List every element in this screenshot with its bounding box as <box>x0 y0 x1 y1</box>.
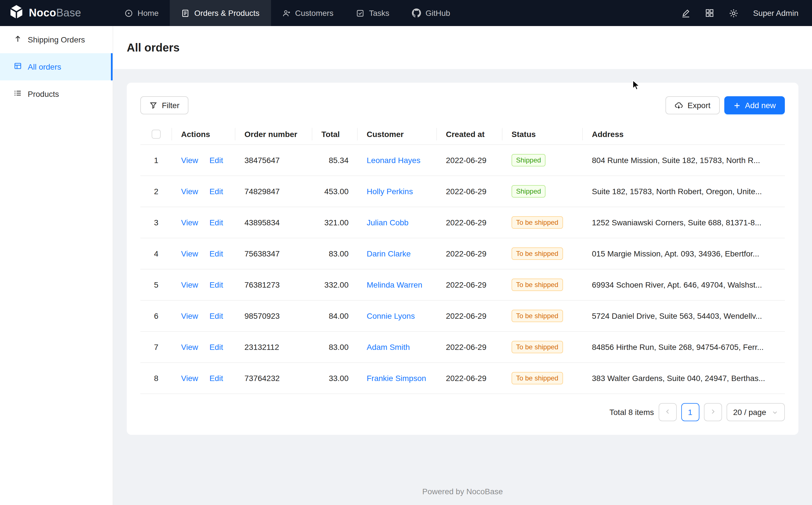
pagination: Total 8 items 1 <box>140 403 785 422</box>
sidebar-item-shipping-orders[interactable]: Shipping Orders <box>0 26 112 53</box>
edit-link[interactable]: Edit <box>209 187 223 196</box>
nocobase-logo[interactable]: NocoBase <box>0 0 113 26</box>
actions-cell: ViewEdit <box>172 238 235 270</box>
edit-link[interactable]: Edit <box>209 281 223 290</box>
order-number-cell: 38475647 <box>235 145 312 176</box>
customer-link[interactable]: Adam Smith <box>367 343 410 352</box>
table-row: 8 ViewEdit 73764232 33.00 Frankie Simpso… <box>140 363 785 394</box>
total-cell: 321.00 <box>312 207 358 238</box>
column-header-status: Status <box>503 124 583 145</box>
status-cell: To be shipped <box>503 363 583 394</box>
row-index: 5 <box>154 281 159 290</box>
powered-by-footer: Powered by NocoBase <box>127 479 798 499</box>
nav-item-orders-products[interactable]: Orders & Products <box>170 0 271 26</box>
customer-link[interactable]: Julian Cobb <box>367 218 409 227</box>
plugins-grid-icon[interactable] <box>705 8 714 18</box>
github-icon <box>412 8 421 18</box>
actions-cell: ViewEdit <box>172 207 235 238</box>
customer-cell: Adam Smith <box>358 332 437 363</box>
view-link[interactable]: View <box>181 281 198 290</box>
edit-link[interactable]: Edit <box>209 374 223 383</box>
nav-item-label: Tasks <box>369 8 389 18</box>
edit-link[interactable]: Edit <box>209 218 223 227</box>
table-row: 3 ViewEdit 43895834 321.00 Julian Cobb 2… <box>140 207 785 238</box>
column-header-total: Total <box>312 124 358 145</box>
actions-cell: ViewEdit <box>172 145 235 176</box>
sidebar-item-products[interactable]: Products <box>0 80 112 108</box>
customers-person-icon <box>282 9 291 17</box>
view-link[interactable]: View <box>181 156 198 165</box>
status-cell: Shipped <box>503 176 583 207</box>
row-index-cell: 8 <box>140 363 172 394</box>
row-index-cell: 6 <box>140 301 172 332</box>
total-cell: 85.34 <box>312 145 358 176</box>
chevron-left-icon <box>664 408 671 417</box>
status-cell: To be shipped <box>503 270 583 301</box>
edit-link[interactable]: Edit <box>209 312 223 321</box>
pagination-page-1[interactable]: 1 <box>681 403 699 422</box>
user-menu[interactable]: Super Admin <box>753 8 798 18</box>
view-link[interactable]: View <box>181 218 198 227</box>
sidebar-item-label: Shipping Orders <box>28 35 85 44</box>
table-header: Actions Order number Total Customer Crea… <box>140 124 785 145</box>
created-at-cell: 2022-06-29 <box>437 363 503 394</box>
row-index: 4 <box>154 249 159 259</box>
address-cell: 5724 Daniel Drive, Suite 563, 54403, Wen… <box>583 301 785 332</box>
select-all-checkbox[interactable] <box>152 130 161 139</box>
edit-link[interactable]: Edit <box>209 343 223 352</box>
pagination-next-button[interactable] <box>704 403 722 422</box>
row-index-cell: 2 <box>140 176 172 207</box>
created-at-cell: 2022-06-29 <box>437 301 503 332</box>
view-link[interactable]: View <box>181 374 198 383</box>
ui-editor-highlighter-icon[interactable] <box>681 8 690 18</box>
total-cell: 453.00 <box>312 176 358 207</box>
page-size-select[interactable]: 20 / page <box>726 403 785 422</box>
nav-item-home[interactable]: Home <box>113 0 170 26</box>
settings-gear-icon[interactable] <box>729 8 739 18</box>
tasks-checksquare-icon <box>356 9 364 17</box>
customer-link[interactable]: Connie Lyons <box>367 312 415 321</box>
view-link[interactable]: View <box>181 187 198 196</box>
app-window: NocoBase Home Orders & Products <box>0 0 812 505</box>
customer-link[interactable]: Holly Perkins <box>367 187 413 196</box>
pagination-total: Total 8 items <box>609 408 654 417</box>
address-cell: 804 Runte Mission, Suite 182, 15783, Nor… <box>583 145 785 176</box>
view-link[interactable]: View <box>181 343 198 352</box>
view-link[interactable]: View <box>181 312 198 321</box>
filter-funnel-icon <box>150 101 157 109</box>
total-cell: 83.00 <box>312 332 358 363</box>
status-cell: To be shipped <box>503 332 583 363</box>
nav-item-customers[interactable]: Customers <box>271 0 345 26</box>
actions-cell: ViewEdit <box>172 332 235 363</box>
add-new-button[interactable]: Add new <box>724 96 785 114</box>
filter-button[interactable]: Filter <box>140 96 189 114</box>
actions-cell: ViewEdit <box>172 363 235 394</box>
created-at-cell: 2022-06-29 <box>437 145 503 176</box>
pagination-prev-button[interactable] <box>658 403 676 422</box>
status-badge: To be shipped <box>512 310 563 322</box>
table-row: 6 ViewEdit 98570923 84.00 Connie Lyons 2… <box>140 301 785 332</box>
export-button[interactable]: Export <box>665 96 720 114</box>
chevron-right-icon <box>709 408 716 417</box>
list-icon <box>14 89 22 99</box>
order-number-cell: 23132112 <box>235 332 312 363</box>
status-badge: To be shipped <box>512 216 563 229</box>
customer-link[interactable]: Frankie Simpson <box>367 374 426 383</box>
customer-link[interactable]: Darin Clarke <box>367 249 411 259</box>
address-cell: 383 Walter Gardens, Suite 040, 24947, Be… <box>583 363 785 394</box>
edit-link[interactable]: Edit <box>209 249 223 259</box>
customer-link[interactable]: Leonard Hayes <box>367 156 421 165</box>
customer-cell: Julian Cobb <box>358 207 437 238</box>
sidebar-item-label: All orders <box>28 62 61 71</box>
view-link[interactable]: View <box>181 249 198 259</box>
row-index: 6 <box>154 312 159 321</box>
nav-item-github[interactable]: GitHub <box>400 0 462 26</box>
edit-link[interactable]: Edit <box>209 156 223 165</box>
column-header-created-at: Created at <box>437 124 503 145</box>
actions-cell: ViewEdit <box>172 270 235 301</box>
status-badge: To be shipped <box>512 248 563 260</box>
customer-link[interactable]: Melinda Warren <box>367 281 423 290</box>
nav-item-tasks[interactable]: Tasks <box>345 0 400 26</box>
sidebar-item-all-orders[interactable]: All orders <box>0 53 112 80</box>
sidebar: Shipping Orders All orders <box>0 26 113 505</box>
